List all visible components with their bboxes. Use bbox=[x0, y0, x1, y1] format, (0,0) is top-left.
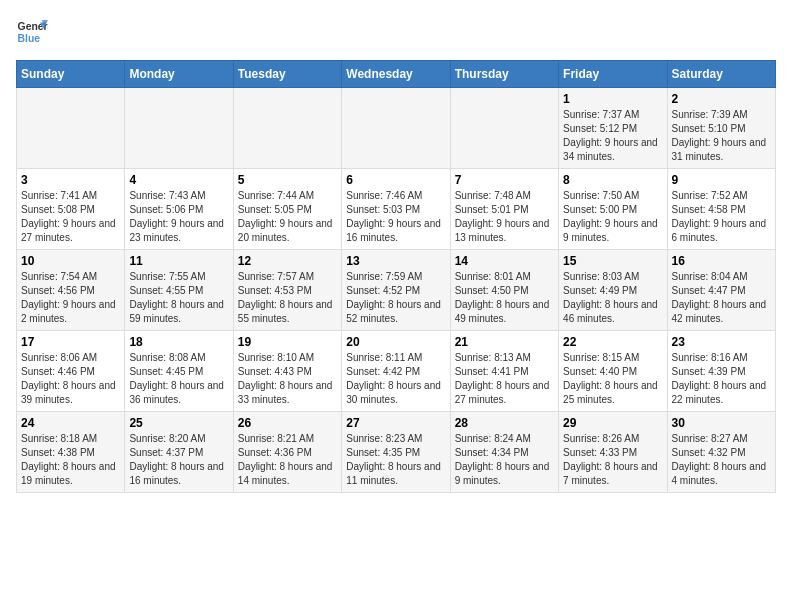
calendar-cell: 8Sunrise: 7:50 AM Sunset: 5:00 PM Daylig… bbox=[559, 169, 667, 250]
calendar-cell bbox=[125, 88, 233, 169]
calendar-cell bbox=[233, 88, 341, 169]
calendar-body: 1Sunrise: 7:37 AM Sunset: 5:12 PM Daylig… bbox=[17, 88, 776, 493]
day-detail: Sunrise: 8:21 AM Sunset: 4:36 PM Dayligh… bbox=[238, 432, 337, 488]
day-number: 24 bbox=[21, 416, 120, 430]
day-detail: Sunrise: 7:48 AM Sunset: 5:01 PM Dayligh… bbox=[455, 189, 554, 245]
day-number: 8 bbox=[563, 173, 662, 187]
calendar-cell: 30Sunrise: 8:27 AM Sunset: 4:32 PM Dayli… bbox=[667, 412, 775, 493]
day-number: 23 bbox=[672, 335, 771, 349]
calendar-cell: 1Sunrise: 7:37 AM Sunset: 5:12 PM Daylig… bbox=[559, 88, 667, 169]
day-detail: Sunrise: 8:08 AM Sunset: 4:45 PM Dayligh… bbox=[129, 351, 228, 407]
calendar-cell: 19Sunrise: 8:10 AM Sunset: 4:43 PM Dayli… bbox=[233, 331, 341, 412]
calendar-header: SundayMondayTuesdayWednesdayThursdayFrid… bbox=[17, 61, 776, 88]
day-detail: Sunrise: 8:13 AM Sunset: 4:41 PM Dayligh… bbox=[455, 351, 554, 407]
calendar-cell: 15Sunrise: 8:03 AM Sunset: 4:49 PM Dayli… bbox=[559, 250, 667, 331]
day-detail: Sunrise: 7:46 AM Sunset: 5:03 PM Dayligh… bbox=[346, 189, 445, 245]
day-number: 2 bbox=[672, 92, 771, 106]
day-detail: Sunrise: 8:04 AM Sunset: 4:47 PM Dayligh… bbox=[672, 270, 771, 326]
weekday-header-sunday: Sunday bbox=[17, 61, 125, 88]
day-detail: Sunrise: 8:15 AM Sunset: 4:40 PM Dayligh… bbox=[563, 351, 662, 407]
weekday-header-tuesday: Tuesday bbox=[233, 61, 341, 88]
day-detail: Sunrise: 7:44 AM Sunset: 5:05 PM Dayligh… bbox=[238, 189, 337, 245]
day-detail: Sunrise: 8:11 AM Sunset: 4:42 PM Dayligh… bbox=[346, 351, 445, 407]
day-detail: Sunrise: 8:23 AM Sunset: 4:35 PM Dayligh… bbox=[346, 432, 445, 488]
day-detail: Sunrise: 8:27 AM Sunset: 4:32 PM Dayligh… bbox=[672, 432, 771, 488]
svg-text:Blue: Blue bbox=[18, 33, 41, 44]
calendar-cell bbox=[17, 88, 125, 169]
calendar-cell: 21Sunrise: 8:13 AM Sunset: 4:41 PM Dayli… bbox=[450, 331, 558, 412]
calendar-cell: 17Sunrise: 8:06 AM Sunset: 4:46 PM Dayli… bbox=[17, 331, 125, 412]
day-number: 21 bbox=[455, 335, 554, 349]
calendar-cell: 11Sunrise: 7:55 AM Sunset: 4:55 PM Dayli… bbox=[125, 250, 233, 331]
day-detail: Sunrise: 8:06 AM Sunset: 4:46 PM Dayligh… bbox=[21, 351, 120, 407]
day-number: 22 bbox=[563, 335, 662, 349]
calendar-cell: 2Sunrise: 7:39 AM Sunset: 5:10 PM Daylig… bbox=[667, 88, 775, 169]
day-number: 5 bbox=[238, 173, 337, 187]
calendar-cell: 5Sunrise: 7:44 AM Sunset: 5:05 PM Daylig… bbox=[233, 169, 341, 250]
day-number: 25 bbox=[129, 416, 228, 430]
day-number: 30 bbox=[672, 416, 771, 430]
day-detail: Sunrise: 7:55 AM Sunset: 4:55 PM Dayligh… bbox=[129, 270, 228, 326]
weekday-header-friday: Friday bbox=[559, 61, 667, 88]
day-number: 9 bbox=[672, 173, 771, 187]
day-number: 15 bbox=[563, 254, 662, 268]
day-detail: Sunrise: 7:43 AM Sunset: 5:06 PM Dayligh… bbox=[129, 189, 228, 245]
day-detail: Sunrise: 8:01 AM Sunset: 4:50 PM Dayligh… bbox=[455, 270, 554, 326]
weekday-header-thursday: Thursday bbox=[450, 61, 558, 88]
calendar-cell bbox=[450, 88, 558, 169]
calendar-cell: 23Sunrise: 8:16 AM Sunset: 4:39 PM Dayli… bbox=[667, 331, 775, 412]
calendar-week-1: 1Sunrise: 7:37 AM Sunset: 5:12 PM Daylig… bbox=[17, 88, 776, 169]
day-number: 13 bbox=[346, 254, 445, 268]
day-detail: Sunrise: 7:39 AM Sunset: 5:10 PM Dayligh… bbox=[672, 108, 771, 164]
calendar-cell: 4Sunrise: 7:43 AM Sunset: 5:06 PM Daylig… bbox=[125, 169, 233, 250]
calendar-week-2: 3Sunrise: 7:41 AM Sunset: 5:08 PM Daylig… bbox=[17, 169, 776, 250]
calendar-cell: 12Sunrise: 7:57 AM Sunset: 4:53 PM Dayli… bbox=[233, 250, 341, 331]
day-number: 7 bbox=[455, 173, 554, 187]
calendar-cell: 3Sunrise: 7:41 AM Sunset: 5:08 PM Daylig… bbox=[17, 169, 125, 250]
day-detail: Sunrise: 7:37 AM Sunset: 5:12 PM Dayligh… bbox=[563, 108, 662, 164]
calendar-cell: 16Sunrise: 8:04 AM Sunset: 4:47 PM Dayli… bbox=[667, 250, 775, 331]
calendar-cell: 10Sunrise: 7:54 AM Sunset: 4:56 PM Dayli… bbox=[17, 250, 125, 331]
day-number: 18 bbox=[129, 335, 228, 349]
calendar-cell: 20Sunrise: 8:11 AM Sunset: 4:42 PM Dayli… bbox=[342, 331, 450, 412]
day-number: 4 bbox=[129, 173, 228, 187]
day-number: 10 bbox=[21, 254, 120, 268]
day-number: 29 bbox=[563, 416, 662, 430]
day-detail: Sunrise: 8:24 AM Sunset: 4:34 PM Dayligh… bbox=[455, 432, 554, 488]
calendar-cell bbox=[342, 88, 450, 169]
calendar-week-3: 10Sunrise: 7:54 AM Sunset: 4:56 PM Dayli… bbox=[17, 250, 776, 331]
calendar-cell: 29Sunrise: 8:26 AM Sunset: 4:33 PM Dayli… bbox=[559, 412, 667, 493]
calendar-cell: 9Sunrise: 7:52 AM Sunset: 4:58 PM Daylig… bbox=[667, 169, 775, 250]
day-detail: Sunrise: 7:41 AM Sunset: 5:08 PM Dayligh… bbox=[21, 189, 120, 245]
day-detail: Sunrise: 7:57 AM Sunset: 4:53 PM Dayligh… bbox=[238, 270, 337, 326]
day-detail: Sunrise: 8:03 AM Sunset: 4:49 PM Dayligh… bbox=[563, 270, 662, 326]
day-number: 28 bbox=[455, 416, 554, 430]
day-number: 6 bbox=[346, 173, 445, 187]
calendar-cell: 7Sunrise: 7:48 AM Sunset: 5:01 PM Daylig… bbox=[450, 169, 558, 250]
day-number: 3 bbox=[21, 173, 120, 187]
calendar-cell: 27Sunrise: 8:23 AM Sunset: 4:35 PM Dayli… bbox=[342, 412, 450, 493]
day-detail: Sunrise: 7:59 AM Sunset: 4:52 PM Dayligh… bbox=[346, 270, 445, 326]
day-number: 26 bbox=[238, 416, 337, 430]
weekday-header-saturday: Saturday bbox=[667, 61, 775, 88]
day-detail: Sunrise: 8:16 AM Sunset: 4:39 PM Dayligh… bbox=[672, 351, 771, 407]
day-number: 12 bbox=[238, 254, 337, 268]
day-detail: Sunrise: 8:26 AM Sunset: 4:33 PM Dayligh… bbox=[563, 432, 662, 488]
calendar-week-5: 24Sunrise: 8:18 AM Sunset: 4:38 PM Dayli… bbox=[17, 412, 776, 493]
calendar-cell: 24Sunrise: 8:18 AM Sunset: 4:38 PM Dayli… bbox=[17, 412, 125, 493]
day-number: 1 bbox=[563, 92, 662, 106]
logo-icon: General Blue bbox=[16, 16, 48, 48]
day-detail: Sunrise: 7:50 AM Sunset: 5:00 PM Dayligh… bbox=[563, 189, 662, 245]
calendar-cell: 22Sunrise: 8:15 AM Sunset: 4:40 PM Dayli… bbox=[559, 331, 667, 412]
calendar-cell: 28Sunrise: 8:24 AM Sunset: 4:34 PM Dayli… bbox=[450, 412, 558, 493]
calendar-week-4: 17Sunrise: 8:06 AM Sunset: 4:46 PM Dayli… bbox=[17, 331, 776, 412]
day-number: 19 bbox=[238, 335, 337, 349]
day-number: 27 bbox=[346, 416, 445, 430]
calendar-cell: 18Sunrise: 8:08 AM Sunset: 4:45 PM Dayli… bbox=[125, 331, 233, 412]
day-detail: Sunrise: 7:52 AM Sunset: 4:58 PM Dayligh… bbox=[672, 189, 771, 245]
calendar-cell: 6Sunrise: 7:46 AM Sunset: 5:03 PM Daylig… bbox=[342, 169, 450, 250]
day-detail: Sunrise: 8:10 AM Sunset: 4:43 PM Dayligh… bbox=[238, 351, 337, 407]
day-number: 20 bbox=[346, 335, 445, 349]
day-detail: Sunrise: 8:18 AM Sunset: 4:38 PM Dayligh… bbox=[21, 432, 120, 488]
weekday-header-monday: Monday bbox=[125, 61, 233, 88]
